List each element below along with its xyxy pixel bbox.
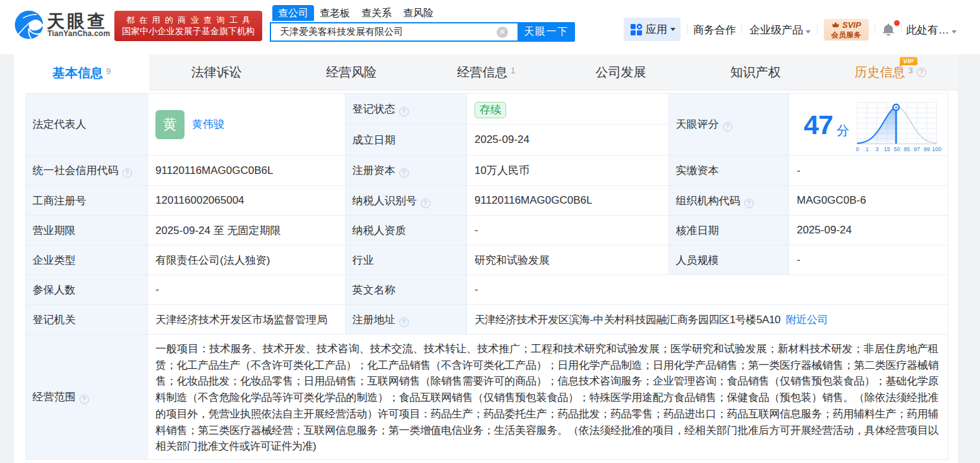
help-icon[interactable]: ? bbox=[744, 199, 754, 208]
field-label-text: 纳税人资质 bbox=[353, 225, 406, 237]
help-icon[interactable]: ? bbox=[723, 122, 732, 132]
taxpayer-quality-cell: - bbox=[467, 216, 669, 245]
search-input[interactable] bbox=[270, 22, 517, 42]
score-unit: 分 bbox=[837, 122, 849, 139]
search-tabs: 查公司 查老板 查关系 查风险 bbox=[272, 5, 439, 21]
notifications-button[interactable] bbox=[882, 22, 898, 39]
tab-label: 法律诉讼 bbox=[191, 64, 242, 81]
field-label: 经营范围? bbox=[26, 335, 148, 460]
tab-basic-info[interactable]: 基本信息9 bbox=[14, 54, 149, 91]
tab-operating-risk[interactable]: 经营风险 bbox=[284, 54, 418, 90]
search-widget: 查公司 查老板 查关系 查风险 ✕ 天眼一下 bbox=[270, 5, 439, 21]
user-name: 此处有… bbox=[906, 24, 949, 36]
nearby-companies-link[interactable]: 附近公司 bbox=[786, 314, 828, 326]
enterprise-products-label: 企业级产品 bbox=[749, 24, 803, 36]
help-icon[interactable]: ? bbox=[421, 199, 430, 208]
slogan-badge: 都在用的商业查询工具 国家中小企业发展子基金旗下机构 bbox=[114, 11, 262, 41]
field-label: 企业类型 bbox=[26, 245, 148, 275]
reg-status-cell: 存续 bbox=[467, 94, 669, 125]
tab-label: 历史信息 bbox=[855, 64, 905, 81]
field-label: 注册资本? bbox=[346, 156, 467, 186]
approval-date-cell: 2025-09-24 bbox=[789, 216, 948, 245]
tab-operating-info[interactable]: 经营信息1 bbox=[419, 54, 554, 90]
vip-badge: VIP bbox=[900, 57, 917, 65]
field-label: 登记状态? bbox=[346, 94, 467, 125]
field-label-text: 工商注册号 bbox=[33, 195, 87, 207]
search-tab-boss[interactable]: 查老板 bbox=[314, 5, 356, 21]
chart-axis-labels: 0 1 3 15 50 85 97 99 100 bbox=[856, 145, 941, 152]
svip-member-button[interactable]: SVIP 会员服务 bbox=[824, 19, 869, 40]
svg-text:100: 100 bbox=[932, 145, 941, 152]
reg-authority-cell: 天津经济技术开发区市场监督管理局 bbox=[148, 305, 346, 335]
tab-intellectual-property[interactable]: 知识产权 bbox=[688, 54, 823, 90]
search-tab-risk[interactable]: 查风险 bbox=[397, 5, 439, 21]
divider bbox=[874, 24, 875, 34]
legal-rep-link[interactable]: 黄伟骏 bbox=[192, 117, 224, 132]
field-label: 人员规模 bbox=[669, 245, 789, 275]
brand-domain: TianYanCha.com bbox=[47, 29, 110, 38]
field-label: 统一社会信用代码? bbox=[26, 156, 148, 186]
search-tab-company[interactable]: 查公司 bbox=[272, 5, 314, 21]
field-label: 登记机关 bbox=[26, 305, 148, 335]
score-distribution-chart[interactable]: 0 1 3 15 50 85 97 99 100 bbox=[856, 101, 944, 154]
tab-legal-proceedings[interactable]: 法律诉讼 bbox=[149, 54, 284, 90]
apps-grid-icon bbox=[630, 23, 643, 36]
field-label: 行业 bbox=[346, 245, 467, 275]
field-label-text: 人员规模 bbox=[676, 254, 719, 266]
divider bbox=[687, 24, 687, 34]
help-icon[interactable]: ? bbox=[399, 318, 409, 327]
uscc-cell: 91120116MAG0GC0B6L bbox=[148, 156, 346, 186]
legal-rep-cell: 黄 黄伟骏 bbox=[148, 94, 346, 156]
help-icon[interactable]: ? bbox=[399, 168, 409, 178]
org-code-cell: MAG0GC0B-6 bbox=[789, 186, 948, 216]
table-row: 企业类型 有限责任公司(法人独资) 行业 研究和试验发展 人员规模 - bbox=[26, 245, 948, 275]
reg-capital-cell: 10万人民币 bbox=[467, 156, 669, 186]
svg-text:97: 97 bbox=[914, 145, 920, 152]
enterprise-products-link[interactable]: 企业级产品 bbox=[749, 23, 811, 37]
help-icon[interactable]: ? bbox=[80, 395, 89, 404]
avatar[interactable]: 黄 bbox=[155, 110, 185, 139]
business-coop-link[interactable]: 商务合作 bbox=[693, 23, 736, 37]
content-card: 基本信息9 法律诉讼 经营风险 经营信息1 公司发展 知识产权 历史信息3? V… bbox=[14, 54, 958, 463]
tab-company-development[interactable]: 公司发展 bbox=[554, 54, 688, 90]
user-caret-icon bbox=[952, 30, 957, 34]
company-info-table: 法定代表人 黄 黄伟骏 登记状态? 存续 天眼评分? 47 分 bbox=[25, 93, 948, 460]
apps-caret-icon bbox=[670, 28, 675, 31]
table-row: 登记机关 天津经济技术开发区市场监督管理局 注册地址? 天津经济技术开发区滨海-… bbox=[26, 305, 948, 335]
status-badge: 存续 bbox=[475, 102, 506, 118]
score-content: 47 分 bbox=[789, 94, 948, 155]
enterprise-caret-icon bbox=[806, 30, 811, 34]
table-row: 法定代表人 黄 黄伟骏 登记状态? 存续 天眼评分? 47 分 bbox=[26, 94, 948, 125]
term-cell: 2025-09-24 至 无固定期限 bbox=[148, 216, 346, 245]
field-label: 核准日期 bbox=[669, 216, 789, 245]
tab-count: 9 bbox=[106, 66, 111, 76]
field-label: 英文名称 bbox=[346, 275, 467, 305]
help-icon[interactable]: ? bbox=[123, 168, 132, 178]
svg-text:3: 3 bbox=[875, 145, 878, 152]
field-label-text: 登记状态 bbox=[353, 103, 396, 115]
field-label-text: 实缴资本 bbox=[676, 164, 719, 176]
search-tab-relation[interactable]: 查关系 bbox=[356, 5, 397, 21]
svg-text:99: 99 bbox=[924, 145, 930, 152]
help-icon[interactable]: ? bbox=[917, 68, 926, 77]
field-label-text: 登记机关 bbox=[33, 314, 76, 326]
slogan-line2: 国家中小企业发展子基金旗下机构 bbox=[114, 25, 262, 37]
user-menu[interactable]: 此处有… bbox=[906, 23, 957, 37]
tab-label: 经营信息 bbox=[457, 64, 507, 81]
tab-label: 公司发展 bbox=[596, 64, 646, 81]
field-label: 成立日期 bbox=[346, 125, 467, 156]
svg-text:0: 0 bbox=[856, 145, 859, 152]
field-label-text: 法定代表人 bbox=[33, 118, 87, 130]
slogan-line1: 都在用的商业查询工具 bbox=[114, 15, 262, 25]
address-text: 天津经济技术开发区滨海-中关村科技园融汇商务园四区1号楼5A10 bbox=[475, 314, 780, 326]
score-value[interactable]: 47 bbox=[804, 110, 833, 139]
field-label: 营业期限 bbox=[26, 216, 148, 245]
tab-history-info[interactable]: 历史信息3? VIP bbox=[823, 54, 957, 90]
search-button[interactable]: 天眼一下 bbox=[517, 22, 575, 42]
help-icon[interactable]: ? bbox=[399, 107, 409, 116]
tianyancha-logo-icon[interactable] bbox=[15, 10, 45, 40]
apps-menu-button[interactable]: 应用 bbox=[624, 18, 681, 41]
clear-search-icon[interactable]: ✕ bbox=[497, 27, 508, 38]
field-label: 组织机构代码? bbox=[669, 186, 789, 216]
field-label: 纳税人资质 bbox=[346, 216, 467, 245]
